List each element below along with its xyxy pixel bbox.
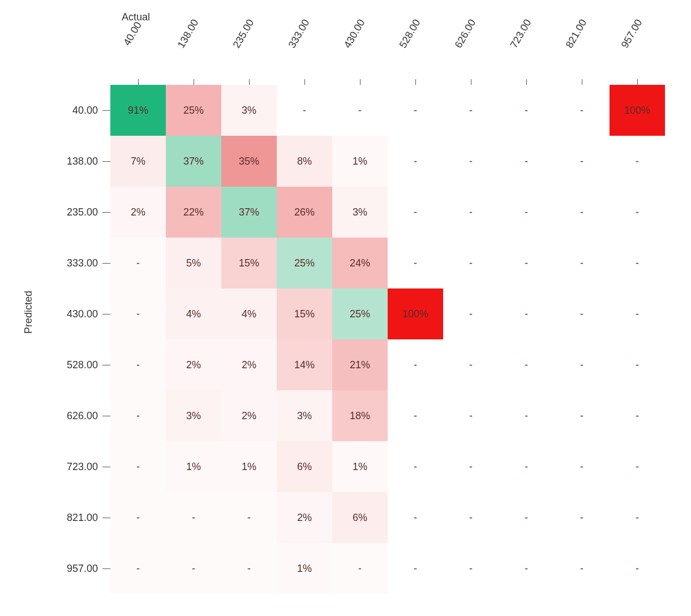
tick-mark bbox=[102, 263, 110, 264]
x-tick-label: 957.00 bbox=[619, 18, 645, 50]
heatmap-cell: 1% bbox=[277, 543, 332, 594]
heatmap-cell: - bbox=[332, 543, 388, 594]
heatmap-cell: 21% bbox=[332, 339, 388, 390]
heatmap-cell: - bbox=[388, 492, 443, 543]
y-tick: 40.00 bbox=[45, 85, 110, 136]
x-tick: 626.00 bbox=[443, 28, 499, 79]
y-tick: 821.00 bbox=[45, 492, 110, 543]
heatmap-cell: - bbox=[610, 339, 665, 390]
y-tick: 138.00 bbox=[45, 136, 110, 187]
y-tick: 430.00 bbox=[45, 288, 110, 339]
y-tick-label: 528.00 bbox=[67, 359, 98, 371]
heatmap-cell: - bbox=[499, 288, 554, 339]
heatmap-cell: - bbox=[443, 85, 499, 136]
tick-mark bbox=[360, 79, 360, 85]
heatmap-cell: - bbox=[110, 543, 166, 594]
tick-mark bbox=[102, 365, 110, 365]
heatmap-cell: - bbox=[110, 288, 166, 339]
heatmap-cell: - bbox=[610, 187, 665, 238]
heatmap-cell: 25% bbox=[166, 85, 221, 136]
heatmap-cell: - bbox=[554, 441, 610, 492]
x-tick: 40.00 bbox=[110, 28, 166, 79]
heatmap-cell: - bbox=[110, 390, 166, 441]
heatmap-cell: 91% bbox=[110, 85, 166, 136]
tick-mark bbox=[102, 161, 110, 162]
heatmap-cell: - bbox=[388, 543, 443, 594]
heatmap-cell: - bbox=[388, 339, 443, 390]
heatmap-cell: - bbox=[443, 187, 499, 238]
heatmap-cell: - bbox=[610, 492, 665, 543]
tick-mark bbox=[194, 79, 194, 85]
y-tick-label: 333.00 bbox=[67, 257, 98, 269]
heatmap-cell: - bbox=[499, 187, 554, 238]
heatmap-cell: - bbox=[388, 85, 443, 136]
heatmap-cell: - bbox=[443, 543, 499, 594]
heatmap-cell: 25% bbox=[277, 238, 332, 288]
heatmap-cell: - bbox=[166, 543, 221, 594]
heatmap-cell: - bbox=[388, 238, 443, 288]
heatmap-cell: - bbox=[499, 543, 554, 594]
heatmap-cell: 4% bbox=[221, 288, 277, 339]
heatmap-cell: - bbox=[610, 136, 665, 187]
heatmap-cell: - bbox=[554, 390, 610, 441]
heatmap-cell: - bbox=[388, 136, 443, 187]
y-tick: 235.00 bbox=[45, 187, 110, 238]
heatmap-cell: - bbox=[554, 238, 610, 288]
x-tick-label: 626.00 bbox=[453, 18, 479, 50]
tick-mark bbox=[582, 79, 582, 85]
heatmap-cell: - bbox=[499, 390, 554, 441]
heatmap-cell: 1% bbox=[332, 441, 388, 492]
heatmap-cell: - bbox=[554, 339, 610, 390]
heatmap-cell: - bbox=[443, 441, 499, 492]
x-tick-label: 235.00 bbox=[231, 18, 257, 50]
x-tick: 235.00 bbox=[221, 28, 277, 79]
heatmap-cell: 7% bbox=[110, 136, 166, 187]
heatmap-cell: 37% bbox=[221, 187, 277, 238]
tick-mark bbox=[102, 568, 110, 569]
heatmap-cell: - bbox=[388, 441, 443, 492]
y-tick: 626.00 bbox=[45, 390, 110, 441]
y-tick: 528.00 bbox=[45, 339, 110, 390]
heatmap-cell: 100% bbox=[388, 288, 443, 339]
x-tick-label: 138.00 bbox=[175, 18, 201, 50]
heatmap-cell: - bbox=[110, 441, 166, 492]
heatmap-cell: 2% bbox=[277, 492, 332, 543]
heatmap-cell: 8% bbox=[277, 136, 332, 187]
heatmap-cell: - bbox=[554, 136, 610, 187]
tick-mark bbox=[415, 79, 416, 85]
heatmap-cell: - bbox=[443, 136, 499, 187]
heatmap-cell: 26% bbox=[277, 187, 332, 238]
x-tick: 821.00 bbox=[554, 28, 610, 79]
x-axis-ticks: 40.00138.00235.00333.00430.00528.00626.0… bbox=[110, 28, 665, 85]
heatmap-cell: 18% bbox=[332, 390, 388, 441]
heatmap-cell: - bbox=[443, 238, 499, 288]
heatmap-cell: 4% bbox=[166, 288, 221, 339]
heatmap-cell: 2% bbox=[110, 187, 166, 238]
y-tick-label: 235.00 bbox=[67, 206, 98, 218]
heatmap-cell: - bbox=[610, 543, 665, 594]
heatmap-cell: - bbox=[499, 492, 554, 543]
tick-mark bbox=[138, 79, 139, 85]
y-tick-label: 957.00 bbox=[67, 563, 98, 575]
heatmap-cell: - bbox=[332, 85, 388, 136]
heatmap-cell: - bbox=[388, 187, 443, 238]
heatmap-cell: - bbox=[110, 238, 166, 288]
tick-mark bbox=[102, 467, 110, 467]
heatmap-cell: 3% bbox=[332, 187, 388, 238]
y-tick-label: 626.00 bbox=[67, 410, 98, 422]
heatmap-cell: - bbox=[443, 339, 499, 390]
heatmap-cell: - bbox=[554, 85, 610, 136]
x-tick: 430.00 bbox=[332, 28, 388, 79]
heatmap-cell: - bbox=[610, 288, 665, 339]
heatmap-cell: 15% bbox=[277, 288, 332, 339]
y-tick: 957.00 bbox=[45, 543, 110, 594]
heatmap-cell: 1% bbox=[166, 441, 221, 492]
heatmap-grid-area: 91%25%3%------100%7%37%35%8%1%-----2%22%… bbox=[110, 85, 665, 594]
y-tick-label: 138.00 bbox=[67, 156, 98, 167]
x-tick-label: 40.00 bbox=[122, 20, 145, 48]
tick-mark bbox=[102, 518, 110, 518]
x-tick: 957.00 bbox=[610, 28, 665, 79]
heatmap-cell: - bbox=[277, 85, 332, 136]
heatmap-cell: - bbox=[221, 492, 277, 543]
heatmap-cell: 3% bbox=[221, 85, 277, 136]
